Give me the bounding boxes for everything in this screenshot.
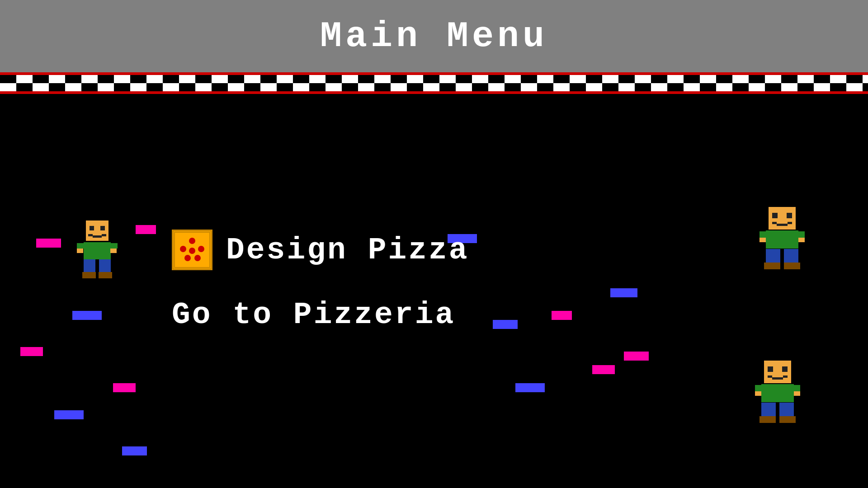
- svg-rect-34: [783, 375, 788, 378]
- svg-rect-36: [761, 384, 794, 402]
- pixel-person-top-left: [77, 221, 118, 279]
- svg-rect-14: [99, 272, 112, 278]
- decorative-rect: [36, 239, 61, 248]
- svg-point-47: [189, 238, 195, 244]
- svg-rect-0: [86, 221, 108, 241]
- svg-rect-20: [777, 224, 788, 226]
- decorative-rect: [610, 288, 637, 297]
- svg-rect-2: [100, 226, 105, 230]
- svg-rect-43: [760, 416, 776, 423]
- decorative-rect: [552, 311, 572, 320]
- svg-rect-7: [77, 243, 84, 249]
- decorative-rect: [493, 320, 518, 329]
- design-pizza-label: Design Pizza: [226, 233, 469, 267]
- svg-rect-18: [772, 222, 777, 224]
- svg-rect-17: [787, 213, 792, 218]
- svg-rect-6: [84, 242, 111, 259]
- svg-point-51: [194, 255, 201, 261]
- svg-rect-21: [766, 230, 798, 249]
- svg-rect-41: [761, 403, 776, 416]
- svg-rect-42: [779, 403, 794, 416]
- svg-rect-4: [102, 234, 106, 236]
- svg-rect-32: [782, 366, 788, 372]
- svg-point-52: [189, 248, 195, 254]
- checker-border: [0, 72, 868, 94]
- svg-rect-35: [772, 377, 783, 380]
- svg-rect-5: [93, 235, 102, 238]
- svg-rect-31: [768, 366, 773, 372]
- svg-rect-24: [760, 238, 766, 242]
- svg-rect-29: [784, 263, 800, 269]
- svg-rect-40: [794, 391, 800, 396]
- svg-rect-1: [90, 226, 94, 230]
- header: Main Menu: [0, 0, 868, 72]
- pixel-person-top-right: [760, 207, 800, 266]
- main-area: Design Pizza Go to Pizzeria: [0, 94, 868, 488]
- svg-rect-11: [84, 259, 95, 272]
- decorative-rect: [624, 352, 649, 361]
- go-to-pizzeria-label: Go to Pizzeria: [172, 297, 455, 332]
- svg-rect-13: [82, 272, 96, 278]
- svg-rect-27: [784, 249, 798, 263]
- svg-rect-22: [760, 231, 766, 238]
- decorative-rect: [54, 410, 84, 419]
- decorative-rect: [20, 347, 43, 356]
- decorative-rect: [113, 383, 136, 392]
- svg-rect-16: [772, 213, 778, 218]
- svg-rect-3: [88, 234, 93, 236]
- menu-container: Design Pizza Go to Pizzeria: [172, 230, 469, 332]
- svg-rect-8: [110, 243, 118, 249]
- decorative-rect: [136, 225, 156, 234]
- svg-rect-25: [798, 238, 805, 242]
- checker-pattern: [0, 75, 868, 91]
- svg-rect-39: [755, 391, 761, 396]
- svg-rect-9: [77, 249, 83, 253]
- svg-rect-44: [779, 416, 796, 423]
- pizza-icon: [172, 230, 212, 270]
- svg-point-49: [198, 246, 204, 252]
- svg-point-50: [184, 255, 191, 261]
- svg-rect-37: [755, 385, 762, 391]
- svg-rect-33: [768, 375, 772, 378]
- decorative-rect: [515, 383, 545, 392]
- decorative-rect: [72, 311, 102, 320]
- svg-rect-12: [99, 259, 111, 272]
- svg-point-48: [180, 246, 186, 252]
- pixel-person-bottom-right: [755, 361, 796, 419]
- svg-rect-38: [793, 385, 800, 391]
- svg-rect-26: [766, 249, 780, 263]
- svg-rect-28: [764, 263, 780, 269]
- go-to-pizzeria-button[interactable]: Go to Pizzeria: [172, 297, 469, 332]
- design-pizza-button[interactable]: Design Pizza: [172, 230, 469, 270]
- page-title: Main Menu: [320, 16, 548, 57]
- svg-rect-23: [798, 231, 805, 238]
- svg-rect-10: [110, 249, 117, 253]
- svg-rect-19: [788, 222, 792, 224]
- decorative-rect: [122, 446, 147, 455]
- decorative-rect: [592, 365, 615, 374]
